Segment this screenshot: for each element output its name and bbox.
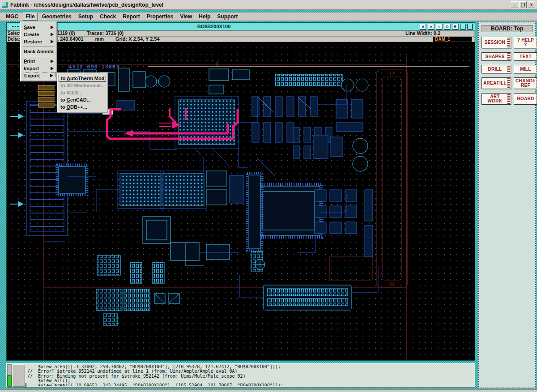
mill-button[interactable]: MILL [514,65,537,73]
menu-separator [23,56,55,57]
app-background: BO$B200X100 V A I O R Select: Delta:1 Co… [0,21,537,392]
select-label: Select: [7,30,21,36]
session-button[interactable]: SESSION [482,37,511,48]
menubar-item-report[interactable]: Report [120,13,142,20]
menubar-item-file[interactable]: File [23,13,38,21]
view-button-i[interactable]: I [436,24,442,30]
viewport-extra-button-1[interactable] [460,24,465,30]
status-indicator-green [7,375,12,387]
viewport-extra-button-2[interactable] [467,24,473,30]
menubar-item-view[interactable]: View [178,13,194,20]
position-bar: Abs: 5.48376, 243.64901 mm Grid: X 2.54,… [21,36,475,42]
menubar-item-setup[interactable]: Setup [76,13,95,20]
view-button-o[interactable]: O [444,24,450,30]
window-titlebar[interactable]: Fablink - /chess/designs/dallas/hw/tve/p… [0,0,537,10]
menu-separator [23,46,55,47]
board-palette-title: BOARD: Top [482,25,533,32]
app-icon [2,2,8,8]
units-label: mm [95,37,104,42]
canvas-annotation-text: 4522 090 13083 [69,64,120,70]
menu-item-to-gencad[interactable]: to GenCAD... [59,96,106,103]
stats-bar: Components: 1119 (0) Traces: 3736 (0) Li… [21,30,475,36]
menu-item-to-3d-mechanical: to 3D Mechanical... [59,82,106,89]
submenu-arrow-icon [50,74,53,77]
shapes-button[interactable]: SHAPES [482,52,511,61]
viewport-title: BO$B200X100 [7,24,421,29]
window-title: Fablink - /chess/designs/dallas/hw/tve/p… [10,2,163,8]
menubar: MGC File Geometries Setup Check Report P… [0,13,537,21]
menubar-item-check[interactable]: Check [98,13,118,20]
board-button[interactable]: BOARD [514,93,537,105]
restore-button[interactable]: ❐ [519,1,527,8]
menubar-item-geometries[interactable]: Geometries [40,13,74,20]
submenu-arrow-icon [51,40,54,43]
menubar-item-mgc[interactable]: MGC [4,13,21,20]
console-text: $view_area([[-3.33002, 250.30462, "BO$B2… [27,365,473,386]
submenu-arrow-icon [51,60,54,63]
console-gutter-tick [23,380,23,385]
menu-item-restore[interactable]: Restore [22,38,55,45]
delta-label: Delta:1 [7,36,21,42]
minimize-button[interactable]: - [511,1,518,8]
menu-item-create[interactable]: Create [22,31,55,38]
active-layer-badge: DAM_1 [433,37,472,42]
view-button-r[interactable]: R [452,24,458,30]
menubar-item-help[interactable]: Help [196,13,213,20]
menu-item-save[interactable]: Save [22,24,55,31]
line-width-value: Line Width: 0.2 [405,31,440,36]
traces-count: Traces: 3736 (0) [87,31,124,36]
view-button-a[interactable]: A [428,24,434,30]
close-button[interactable]: x [528,1,535,8]
menu-item-import[interactable]: Import [22,65,55,72]
export-submenu: to AutoTherm Model... to 3D Mechanical..… [57,72,108,113]
window-bottom-border [0,389,537,392]
help-button[interactable]: ? HELP ? [514,37,537,48]
submenu-arrow-icon [51,26,54,29]
areafill-button[interactable]: AREAFILL [482,77,511,89]
submenu-arrow-icon [51,33,54,36]
file-menu: Save Create Restore Back Annotate Print … [20,21,57,81]
viewport-titlebar[interactable]: BO$B200X100 V A I O R [7,23,475,30]
menubar-item-support[interactable]: Support [215,13,240,20]
console-cursor [26,383,26,388]
console-scroll-handle[interactable] [7,364,12,375]
artwork-button[interactable]: ART WORK [482,93,511,105]
menu-item-export[interactable]: Export [22,72,55,79]
text-button[interactable]: TEXT [514,52,537,61]
change-ref-button[interactable]: CHANGE REF [514,77,537,89]
menu-item-back-annotate[interactable]: Back Annotate [22,48,55,55]
drill-button[interactable]: DRILL [482,65,511,73]
submenu-arrow-icon [51,67,54,70]
menubar-item-properties[interactable]: Properties [145,13,175,20]
menu-item-to-odbpp[interactable]: to ODB++... [59,103,106,111]
message-console[interactable]: $view_area([[-3.33002, 250.30462, "BO$B2… [6,363,475,388]
menu-item-print[interactable]: Print [22,58,55,65]
board-palette: BOARD: Top SESSION ? HELP ? SHAPES TEXT … [478,21,536,388]
menu-item-to-autotherm-model[interactable]: to AutoTherm Model... [59,75,106,82]
grid-setting: Grid: X 2.54, Y 2.54 [115,37,160,42]
menu-item-to-iges: to IGES... [59,89,106,96]
